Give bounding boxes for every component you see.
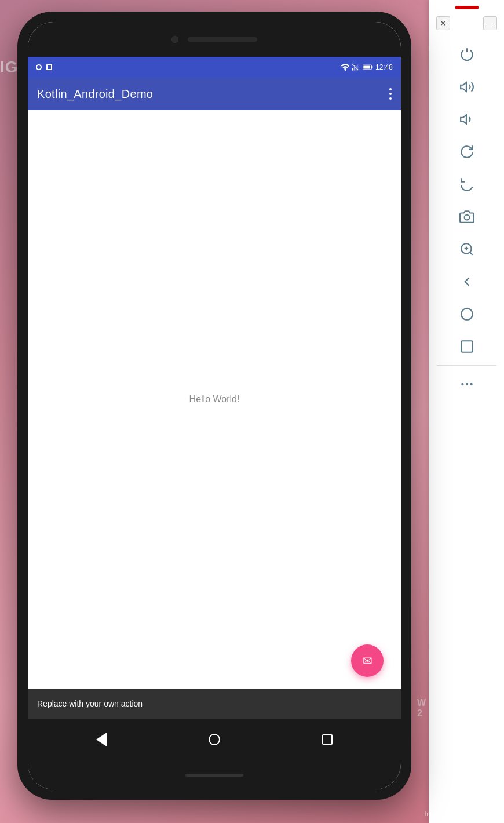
- wifi-icon: [341, 64, 350, 71]
- svg-marker-0: [461, 82, 466, 91]
- rotate-icon-2[interactable]: [453, 170, 481, 198]
- svg-rect-19: [371, 66, 372, 68]
- svg-rect-14: [354, 67, 355, 70]
- svg-point-7: [461, 308, 473, 320]
- svg-point-2: [464, 215, 469, 220]
- side-panel-header: ✕ —: [429, 13, 504, 34]
- phone-screen-inner: 12:48 Kotlin_Android_Demo Hello World!: [28, 22, 401, 789]
- svg-rect-20: [363, 65, 370, 68]
- app-title: Kotlin_Android_Demo: [37, 88, 153, 101]
- phone-bottom-bezel: [28, 760, 401, 789]
- navigation-bar: [28, 719, 401, 760]
- svg-point-10: [465, 383, 468, 385]
- status-square-icon: [46, 64, 52, 70]
- front-camera: [171, 36, 178, 43]
- side-panel-minimize-button[interactable]: —: [483, 16, 497, 30]
- signal-icon: [352, 64, 360, 71]
- phone-screen: 12:48 Kotlin_Android_Demo Hello World!: [28, 22, 401, 789]
- speaker-grille: [188, 37, 257, 42]
- nav-recent-icon: [322, 734, 333, 745]
- home-nav-icon[interactable]: [453, 300, 481, 328]
- volume-down-icon[interactable]: [453, 105, 481, 133]
- watermark: https://blog.n...e/2018/610: [425, 810, 498, 817]
- power-icon[interactable]: [453, 41, 481, 68]
- svg-rect-8: [461, 341, 473, 352]
- side-panel: ✕ —: [429, 0, 504, 823]
- phone-body: 12:48 Kotlin_Android_Demo Hello World!: [17, 12, 411, 800]
- svg-point-11: [470, 383, 472, 385]
- rotate-icon-1[interactable]: [453, 138, 481, 166]
- recents-nav-icon[interactable]: [453, 333, 481, 360]
- svg-line-4: [470, 252, 473, 255]
- svg-marker-1: [461, 115, 466, 123]
- menu-dot-2: [389, 93, 392, 95]
- nav-back-button[interactable]: [90, 728, 113, 751]
- svg-rect-13: [352, 68, 353, 70]
- svg-point-12: [345, 70, 346, 71]
- zoom-icon[interactable]: [453, 235, 481, 263]
- status-bar: 12:48: [28, 57, 401, 78]
- phone-wrapper: 12:48 Kotlin_Android_Demo Hello World!: [17, 12, 411, 800]
- app-bar: Kotlin_Android_Demo: [28, 78, 401, 110]
- back-nav-icon[interactable]: [453, 268, 481, 296]
- phone-top-bezel: [28, 22, 401, 57]
- overflow-menu-button[interactable]: [389, 88, 392, 100]
- camera-icon[interactable]: [453, 203, 481, 231]
- snackbar: Replace with your own action: [28, 689, 401, 719]
- nav-recents-button[interactable]: [316, 728, 339, 751]
- nav-home-icon: [209, 734, 220, 745]
- volume-up-icon[interactable]: [453, 73, 481, 101]
- bottom-bar: [185, 774, 243, 777]
- snackbar-text: Replace with your own action: [37, 699, 143, 708]
- side-panel-divider: [437, 365, 496, 366]
- status-circle-icon: [36, 64, 42, 70]
- menu-dot-3: [389, 97, 392, 100]
- menu-dot-1: [389, 88, 392, 90]
- battery-icon: [363, 64, 373, 71]
- nav-home-button[interactable]: [203, 728, 226, 751]
- main-content-view: Hello World! ✉: [28, 110, 401, 689]
- status-time: 12:48: [375, 63, 393, 71]
- bg-right-content: W 2: [417, 698, 426, 719]
- bg-text-ig: IG: [0, 58, 19, 77]
- content-area: Hello World! ✉: [28, 110, 401, 689]
- hello-world-label: Hello World!: [189, 394, 240, 405]
- nav-back-icon: [96, 733, 107, 746]
- side-panel-top-bar: [455, 6, 479, 9]
- status-left-icons: [36, 64, 52, 70]
- fab-mail-icon: ✉: [363, 654, 372, 668]
- bg-right-num: 2: [417, 708, 426, 719]
- bg-right-w: W: [417, 698, 426, 708]
- status-right-area: 12:48: [341, 63, 393, 71]
- svg-point-9: [461, 383, 463, 385]
- more-icon[interactable]: [453, 370, 481, 398]
- fab-button[interactable]: ✉: [351, 644, 384, 677]
- side-panel-close-button[interactable]: ✕: [436, 16, 450, 30]
